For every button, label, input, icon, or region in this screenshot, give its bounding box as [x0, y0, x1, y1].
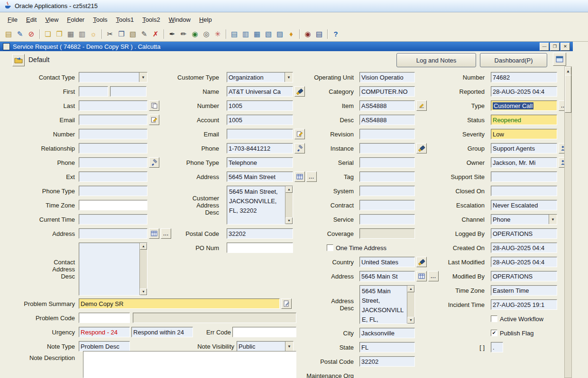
field-po-num[interactable]: [227, 243, 293, 253]
menu-help[interactable]: Help: [195, 14, 216, 25]
field-last-modified[interactable]: 28-AUG-2025 04:4: [491, 257, 557, 267]
textarea-scroll-down-icon[interactable]: ▼: [407, 317, 414, 324]
toolbar-save-icon[interactable]: ▤: [3, 29, 14, 39]
toolbar-copy-icon[interactable]: ❐: [116, 29, 127, 39]
toolbar-translations-icon[interactable]: ◉: [189, 29, 201, 39]
field-category[interactable]: COMPUTER.NO: [359, 86, 415, 97]
edit-button[interactable]: [416, 100, 427, 111]
textarea-scroll-up-icon[interactable]: ▲: [285, 186, 293, 193]
toolbar-requests-icon[interactable]: ❐: [54, 29, 65, 39]
field-city[interactable]: Jacksonville: [359, 328, 415, 338]
field-note-description[interactable]: [83, 351, 296, 378]
flashlight-button[interactable]: [416, 257, 427, 267]
field-number[interactable]: [79, 129, 147, 139]
toolbar-lamp-icon[interactable]: ☼: [88, 29, 99, 39]
field-owner[interactable]: Jackson, Mr. Mi: [491, 157, 557, 168]
toolbar-catalog-icon[interactable]: ▤: [313, 29, 325, 39]
field-number[interactable]: 74682: [491, 72, 557, 82]
field-reported[interactable]: 28-AUG-2025 04:4: [491, 86, 557, 97]
menu-tools1[interactable]: Tools1: [112, 14, 138, 25]
menu-view[interactable]: View: [41, 14, 62, 25]
textarea-scroll-down-icon[interactable]: ▼: [140, 288, 147, 295]
field-address-desc[interactable]: 5645 Main Street, JACKSONVILLE, FL,▲▼: [359, 285, 415, 324]
toolbar-window-tile-icon[interactable]: ▦: [251, 29, 263, 39]
toolbar-insert-record-icon[interactable]: ✒: [166, 29, 178, 39]
field-contact-address-desc[interactable]: ▲▼: [79, 243, 147, 296]
mdi-titlebar[interactable]: Service Request ( 74682 - Demo Copy SR )…: [0, 42, 573, 51]
field-email[interactable]: [79, 115, 147, 125]
field-modified-by[interactable]: OPERATIONS: [491, 271, 557, 281]
menu-tools2[interactable]: Tools2: [138, 14, 164, 25]
field-number[interactable]: 1005: [227, 100, 293, 111]
menu-folder[interactable]: Folder: [63, 14, 88, 25]
field-time-zone[interactable]: [79, 200, 147, 210]
field-customer-address-desc[interactable]: 5645 Main Street, JACKSONVILLE, FL, 3220…: [227, 186, 293, 225]
toolbar-help-icon[interactable]: ?: [330, 29, 341, 39]
field-service[interactable]: [359, 214, 415, 225]
textarea-scroll-down-icon[interactable]: ▼: [285, 217, 293, 224]
textarea-scrollbar[interactable]: ▲▼: [139, 243, 147, 295]
field-contact-type[interactable]: ▼: [79, 72, 147, 82]
dropdown-arrow-icon[interactable]: ▼: [285, 342, 293, 351]
toolbar-edit-record-icon[interactable]: ✎: [138, 29, 150, 39]
scrollbar-up-button[interactable]: ▲: [565, 67, 571, 75]
field-field[interactable]: .: [491, 342, 503, 352]
toolbar-cut-icon[interactable]: ✂: [104, 29, 116, 39]
scrollbar-thumb[interactable]: [565, 75, 571, 113]
field-instance[interactable]: [359, 143, 415, 153]
toolbar-torch-icon[interactable]: ♦: [285, 29, 297, 39]
toolbar-edit-pen-icon[interactable]: ✎: [14, 29, 26, 39]
field-group[interactable]: Support Agents: [491, 143, 557, 153]
flashlight-button[interactable]: [416, 143, 427, 153]
detail-button[interactable]: [149, 228, 159, 239]
checkbox-active-workflow[interactable]: [491, 315, 497, 322]
flashlight-button[interactable]: [294, 86, 305, 97]
toolbar-clear-form-icon[interactable]: ⊘: [26, 29, 37, 39]
toolbar-print-icon[interactable]: ▦: [65, 29, 76, 39]
brush-button[interactable]: [149, 157, 159, 168]
field-address[interactable]: 5645 Main St: [359, 271, 415, 281]
textarea-scroll-up-icon[interactable]: ▲: [140, 243, 147, 250]
field-phone-type[interactable]: Telephone: [227, 157, 293, 168]
dropdown-arrow-icon[interactable]: ▼: [549, 215, 557, 224]
field-first[interactable]: [79, 86, 108, 97]
dropdown-arrow-icon[interactable]: ▼: [285, 72, 293, 82]
field-time-zone[interactable]: Eastern Time: [491, 285, 557, 296]
checkbox-publish-flag[interactable]: ✔: [491, 330, 497, 336]
log-and-notes-button[interactable]: Log and Notes: [396, 53, 476, 67]
field-channel[interactable]: Phone▼: [491, 214, 557, 225]
form-scrollbar[interactable]: ▲: [564, 66, 572, 378]
toolbar-clear-record-icon[interactable]: ✗: [150, 29, 161, 39]
field-logged-by[interactable]: OPERATIONS: [491, 228, 557, 239]
field-state[interactable]: FL: [359, 342, 415, 352]
toolbar-attachments-icon[interactable]: ◎: [201, 29, 212, 39]
field-address[interactable]: [79, 228, 147, 239]
menu-window[interactable]: Window: [165, 14, 194, 25]
compose-button[interactable]: [149, 115, 159, 125]
toolbar-zoom-icon[interactable]: ◉: [302, 29, 313, 39]
summary-note-button[interactable]: [281, 298, 292, 309]
mdi-close-button[interactable]: ✕: [560, 43, 570, 51]
toolbar-window-close-icon[interactable]: ▨: [274, 29, 285, 39]
field-support-site[interactable]: [491, 171, 557, 182]
textarea-scroll-up-icon[interactable]: ▲: [407, 286, 414, 292]
mdi-minimize-button[interactable]: —: [540, 43, 549, 51]
field-ext[interactable]: [79, 171, 147, 182]
field-closed-on[interactable]: [491, 186, 557, 196]
dashboard-button[interactable]: Dashboard(P): [480, 53, 547, 67]
menu-file[interactable]: File: [4, 14, 21, 25]
field-email[interactable]: [227, 129, 293, 139]
field-contract[interactable]: [359, 200, 415, 210]
field-incident-time[interactable]: 27-AUG-2025 19:1: [491, 299, 557, 310]
field-address[interactable]: 5645 Main Street: [227, 171, 293, 182]
field-phone[interactable]: [79, 157, 147, 168]
checkbox-one-time-address[interactable]: [327, 244, 333, 251]
field-status[interactable]: Reopened: [491, 115, 557, 125]
toolbar-window-split-icon[interactable]: ▧: [263, 29, 274, 39]
field-severity[interactable]: Low: [491, 129, 557, 139]
field-desc[interactable]: AS54888: [359, 115, 415, 125]
field-last[interactable]: [79, 100, 147, 111]
textarea-scrollbar[interactable]: ▲▼: [407, 286, 414, 324]
field-urgency[interactable]: Respond - 24: [79, 327, 130, 337]
detail-button[interactable]: [294, 171, 305, 182]
